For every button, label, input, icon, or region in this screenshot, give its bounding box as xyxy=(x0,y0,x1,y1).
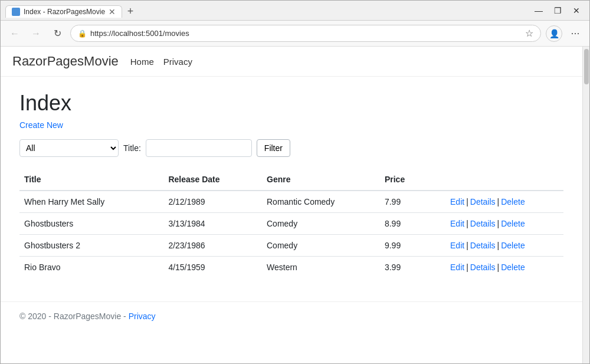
tab-title: Index - RazorPagesMovie xyxy=(24,8,105,16)
more-button[interactable]: ··· xyxy=(567,25,584,42)
action-separator: | xyxy=(497,263,500,272)
filter-row: All Comedy Romantic Comedy Western Title… xyxy=(19,139,563,157)
cell-actions: Edit | Details | Delete xyxy=(445,235,563,257)
footer-privacy-link[interactable]: Privacy xyxy=(129,311,156,321)
edit-link[interactable]: Edit xyxy=(450,219,464,228)
table-row: Ghostbusters3/13/1984Comedy8.99Edit | De… xyxy=(19,213,563,235)
header-title: Title xyxy=(19,169,163,191)
cell-actions: Edit | Details | Delete xyxy=(445,191,563,213)
window-controls: — ❐ ✕ xyxy=(530,4,585,17)
delete-link[interactable]: Delete xyxy=(501,263,525,272)
cell-genre: Comedy xyxy=(262,235,380,257)
cell-title: Ghostbusters xyxy=(19,213,163,235)
header-price: Price xyxy=(380,169,445,191)
action-links: Edit | Details | Delete xyxy=(450,241,559,250)
url-bar[interactable]: 🔒 https://localhost:5001/movies ☆ xyxy=(70,25,541,42)
create-new-link[interactable]: Create New xyxy=(19,120,63,130)
refresh-button[interactable]: ↻ xyxy=(49,25,65,42)
tab-close-button[interactable]: ✕ xyxy=(109,8,116,16)
title-bar: Index - RazorPagesMovie ✕ + — ❐ ✕ xyxy=(1,1,589,21)
header-genre: Genre xyxy=(262,169,380,191)
action-separator: | xyxy=(497,219,500,228)
cell-price: 9.99 xyxy=(380,235,445,257)
cell-release-date: 3/13/1984 xyxy=(163,213,262,235)
main-content: Index Create New All Comedy Romantic Com… xyxy=(1,77,582,301)
site-nav: RazorPagesMovie Home Privacy xyxy=(1,47,582,77)
table-body: When Harry Met Sally2/12/1989Romantic Co… xyxy=(19,191,563,278)
scrollbar-thumb[interactable] xyxy=(584,49,589,84)
action-separator: | xyxy=(497,197,500,206)
site-nav-links: Home Privacy xyxy=(130,57,192,67)
edit-link[interactable]: Edit xyxy=(450,197,464,206)
title-input[interactable] xyxy=(146,139,252,157)
movies-table: Title Release Date Genre Price When Harr… xyxy=(19,169,563,278)
delete-link[interactable]: Delete xyxy=(501,241,525,250)
forward-button[interactable]: → xyxy=(28,25,44,42)
header-actions xyxy=(445,169,563,191)
cell-actions: Edit | Details | Delete xyxy=(445,213,563,235)
site-footer: © 2020 - RazorPagesMovie - Privacy xyxy=(1,301,582,330)
cell-genre: Western xyxy=(262,257,380,278)
restore-button[interactable]: ❐ xyxy=(549,4,566,17)
action-separator: | xyxy=(466,219,468,228)
footer-text: © 2020 - RazorPagesMovie - xyxy=(19,311,126,321)
page-body: RazorPagesMovie Home Privacy Index Creat… xyxy=(1,47,582,363)
cell-price: 3.99 xyxy=(380,257,445,278)
cell-title: When Harry Met Sally xyxy=(19,191,163,213)
table-row: When Harry Met Sally2/12/1989Romantic Co… xyxy=(19,191,563,213)
cell-title: Ghostbusters 2 xyxy=(19,235,163,257)
tab-bar: Index - RazorPagesMovie ✕ + xyxy=(5,3,530,18)
bookmark-icon[interactable]: ☆ xyxy=(525,28,533,39)
delete-link[interactable]: Delete xyxy=(501,197,525,206)
nav-privacy[interactable]: Privacy xyxy=(163,57,192,67)
lock-icon: 🔒 xyxy=(78,29,87,38)
action-links: Edit | Details | Delete xyxy=(450,263,559,272)
details-link[interactable]: Details xyxy=(470,219,496,228)
address-bar: ← → ↻ 🔒 https://localhost:5001/movies ☆ … xyxy=(1,21,589,47)
action-links: Edit | Details | Delete xyxy=(450,197,559,206)
delete-link[interactable]: Delete xyxy=(501,219,525,228)
action-separator: | xyxy=(466,241,468,250)
cell-actions: Edit | Details | Delete xyxy=(445,257,563,278)
nav-home[interactable]: Home xyxy=(130,57,154,67)
cell-price: 8.99 xyxy=(380,213,445,235)
new-tab-button[interactable]: + xyxy=(122,5,139,18)
page-content: RazorPagesMovie Home Privacy Index Creat… xyxy=(1,47,589,363)
action-separator: | xyxy=(466,263,468,272)
title-filter-label: Title: xyxy=(123,143,141,153)
table-row: Ghostbusters 22/23/1986Comedy9.99Edit | … xyxy=(19,235,563,257)
genre-select[interactable]: All Comedy Romantic Comedy Western xyxy=(19,139,119,157)
edit-link[interactable]: Edit xyxy=(450,263,464,272)
scrollbar[interactable] xyxy=(582,47,589,363)
action-separator: | xyxy=(466,197,468,206)
tab-favicon xyxy=(12,8,20,16)
minimize-button[interactable]: — xyxy=(530,4,547,17)
details-link[interactable]: Details xyxy=(470,241,496,250)
url-text: https://localhost:5001/movies xyxy=(90,29,522,38)
cell-price: 7.99 xyxy=(380,191,445,213)
filter-button[interactable]: Filter xyxy=(257,139,290,157)
cell-release-date: 4/15/1959 xyxy=(163,257,262,278)
table-row: Rio Bravo4/15/1959Western3.99Edit | Deta… xyxy=(19,257,563,278)
edit-link[interactable]: Edit xyxy=(450,241,464,250)
cell-release-date: 2/23/1986 xyxy=(163,235,262,257)
active-tab[interactable]: Index - RazorPagesMovie ✕ xyxy=(5,5,122,18)
details-link[interactable]: Details xyxy=(470,263,496,272)
close-button[interactable]: ✕ xyxy=(568,4,585,17)
header-row: Title Release Date Genre Price xyxy=(19,169,563,191)
site-brand[interactable]: RazorPagesMovie xyxy=(12,54,119,69)
action-separator: | xyxy=(497,241,500,250)
cell-title: Rio Bravo xyxy=(19,257,163,278)
cell-release-date: 2/12/1989 xyxy=(163,191,262,213)
details-link[interactable]: Details xyxy=(470,197,496,206)
cell-genre: Romantic Comedy xyxy=(262,191,380,213)
profile-button[interactable]: 👤 xyxy=(546,25,562,42)
table-header: Title Release Date Genre Price xyxy=(19,169,563,191)
browser-window: Index - RazorPagesMovie ✕ + — ❐ ✕ ← → ↻ … xyxy=(0,0,590,364)
cell-genre: Comedy xyxy=(262,213,380,235)
page-heading: Index xyxy=(19,91,563,116)
header-release-date: Release Date xyxy=(163,169,262,191)
back-button[interactable]: ← xyxy=(6,25,23,42)
action-links: Edit | Details | Delete xyxy=(450,219,559,228)
